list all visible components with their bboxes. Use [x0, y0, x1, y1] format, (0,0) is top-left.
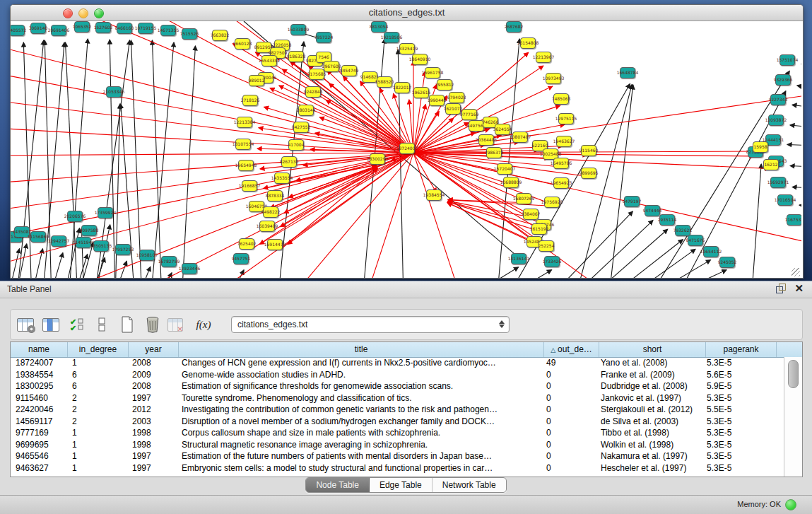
graph-node[interactable]: 16648784	[620, 67, 635, 78]
close-icon[interactable]: ✕	[794, 284, 804, 293]
function-builder-icon[interactable]: f(x)	[193, 315, 214, 334]
table-row[interactable]: 977716911998Corpus callosum shape and si…	[11, 427, 784, 439]
graph-node[interactable]: 7663822	[212, 30, 228, 41]
graph-node[interactable]: 9457751	[233, 253, 249, 264]
graph-node[interactable]: 16958107	[139, 250, 155, 261]
table-row[interactable]: 1938455462009Genome-wide association stu…	[11, 369, 784, 381]
table-row[interactable]: 2242004622012Investigating the contribut…	[11, 404, 784, 416]
graph-node[interactable]: 20364486	[478, 134, 494, 146]
graph-node[interactable]: 9227343	[770, 94, 786, 105]
graph-node[interactable]: 1733426	[544, 256, 560, 267]
table-row[interactable]: 946554611997Estimation of the future num…	[11, 450, 784, 462]
scrollbar-thumb[interactable]	[788, 360, 799, 388]
graph-node[interactable]: 1990448	[429, 95, 445, 106]
graph-node[interactable]: 17359924	[98, 207, 113, 218]
graph-node[interactable]: 19218506	[384, 32, 399, 43]
column-header-short[interactable]: short	[599, 342, 706, 357]
graph-node[interactable]: 9899695	[581, 168, 596, 179]
graph-node[interactable]: 6794028	[449, 92, 464, 103]
table-row[interactable]: 1872400712008Changes of HCN gene express…	[11, 357, 784, 369]
vertical-scrollbar[interactable]	[784, 357, 802, 477]
graph-node[interactable]: 1527602	[95, 22, 111, 33]
graph-node[interactable]: 17016504	[777, 194, 793, 206]
graph-node[interactable]: 7625402	[239, 238, 254, 250]
graph-node[interactable]: 11156869	[30, 231, 46, 243]
graph-node[interactable]: 2935114	[659, 214, 675, 226]
table-row[interactable]: 911546021997Tourette syndrome. Phenomeno…	[11, 392, 784, 404]
graph-node[interactable]: 8466160	[117, 23, 132, 34]
graph-node[interactable]: 8427552	[293, 122, 309, 133]
table-row[interactable]: 1830029562008Estimation of significance …	[11, 380, 784, 392]
graph-node[interactable]: 7955812	[437, 79, 452, 90]
rows-icon[interactable]	[91, 315, 112, 334]
graph-node[interactable]: 9245052	[719, 257, 735, 268]
graph-node[interactable]: 16212	[763, 159, 779, 170]
column-header-name[interactable]: name	[11, 342, 68, 357]
graph-node[interactable]: 417004	[288, 139, 304, 151]
graph-node[interactable]: 16914479	[267, 239, 283, 250]
graph-node[interactable]: 20206576	[67, 211, 83, 222]
graph-node[interactable]: 6479197	[624, 196, 640, 207]
graph-node[interactable]: 3624554	[495, 124, 510, 135]
graph-node[interactable]: 19654948	[238, 160, 254, 171]
window-titlebar[interactable]: citations_edges.txt	[11, 5, 803, 21]
graph-node[interactable]: 9660128	[235, 38, 250, 49]
graph-node[interactable]: 21053346	[106, 86, 122, 98]
tab-node-table[interactable]: Node Table	[306, 478, 370, 492]
graph-node[interactable]: 12923446	[182, 263, 197, 274]
graph-node[interactable]: 8498222	[263, 206, 278, 218]
graph-node[interactable]: 16543392	[261, 55, 277, 66]
delete-table-icon[interactable]: ✕	[167, 315, 189, 334]
float-window-icon[interactable]	[776, 284, 786, 293]
graph-node[interactable]: 12093872	[768, 115, 784, 126]
graph-node[interactable]: 1822017	[394, 82, 410, 93]
graph-node[interactable]: 1588520	[377, 76, 392, 88]
graph-node[interactable]: 11451944	[76, 237, 91, 248]
graph-node[interactable]: 15720407	[497, 163, 512, 175]
graph-node[interactable]: 20691406	[51, 25, 66, 36]
graph-node[interactable]: 8878334	[267, 190, 283, 201]
graph-node[interactable]: 9115460	[581, 145, 596, 156]
graph-node[interactable]: 7515526	[182, 28, 197, 40]
graph-node[interactable]: 16807269	[516, 193, 531, 204]
graph-node[interactable]: 8454749	[341, 65, 357, 76]
graph-node[interactable]: 10688809	[503, 177, 519, 188]
graph-node[interactable]: 16961758	[425, 67, 440, 78]
graph-node[interactable]: 16495786	[553, 158, 569, 169]
column-header-title[interactable]: title	[179, 342, 544, 357]
graph-node[interactable]: 19384554	[426, 189, 442, 201]
graph-node[interactable]: 2687682	[506, 21, 522, 33]
graph-node[interactable]: 19756928	[544, 197, 560, 208]
graph-node[interactable]: 18107554	[235, 139, 251, 150]
column-header-out_de[interactable]: △out_de…	[544, 342, 599, 357]
graph-node[interactable]: 2967608	[324, 61, 339, 72]
graph-node[interactable]: 9777169	[461, 109, 477, 120]
table-settings-icon[interactable]	[15, 315, 36, 334]
graph-node[interactable]: 252254	[539, 240, 554, 252]
graph-node[interactable]: 12213384	[237, 117, 252, 128]
graph-node[interactable]: 18300295	[370, 153, 385, 165]
graph-node[interactable]: 19654923	[553, 177, 569, 189]
graph-node[interactable]: 15692971	[770, 177, 786, 188]
column-header-pagerank[interactable]: pagerank	[706, 342, 777, 357]
graph-node[interactable]: 14136141	[511, 253, 526, 264]
graph-node[interactable]: 7485063	[553, 93, 569, 105]
graph-node[interactable]: 7932621	[675, 225, 690, 236]
graph-node[interactable]: 8813054	[371, 21, 387, 33]
column-header-in_degree[interactable]: in_degree	[68, 342, 129, 357]
row-check-icon[interactable]: ✔✔	[66, 315, 87, 334]
memory-status-indicator[interactable]	[785, 499, 796, 510]
graph-node[interactable]: 9097588	[81, 225, 97, 236]
graph-node[interactable]: 12942757	[51, 235, 66, 247]
graph-node[interactable]: 1621072	[445, 103, 461, 115]
graph-node[interactable]: 16782759	[161, 256, 177, 267]
graph-node[interactable]: 9329366	[775, 74, 791, 86]
graph-node[interactable]: 18640910	[412, 54, 428, 65]
graph-node[interactable]: 8267130	[281, 156, 297, 168]
graph-node[interactable]: 14353554	[274, 173, 290, 184]
graph-node[interactable]: 15751074	[779, 54, 795, 66]
graph-node[interactable]: 10719155	[138, 23, 153, 34]
graph-node[interactable]: 3069140	[30, 23, 46, 34]
graph-node-hub[interactable]: 18724007	[399, 143, 415, 154]
table-row[interactable]: 946362711997Embryonic stem cells: a mode…	[11, 462, 784, 474]
